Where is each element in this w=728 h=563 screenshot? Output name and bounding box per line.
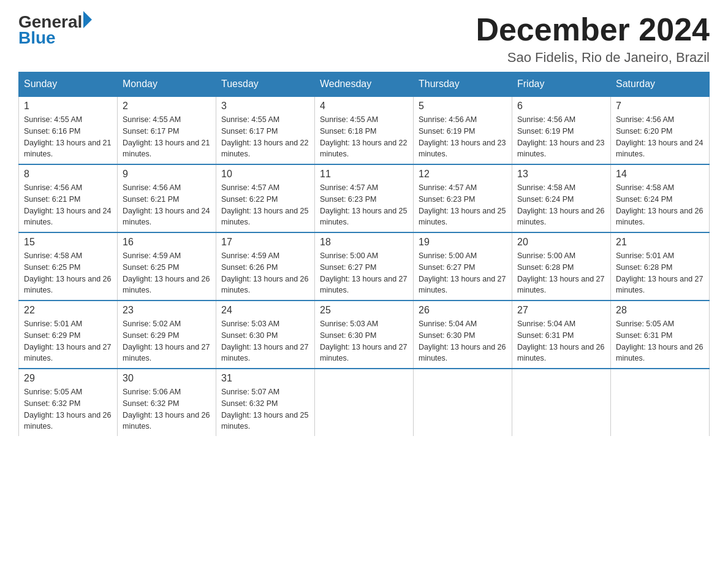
- day-info: Sunrise: 4:56 AM Sunset: 6:19 PM Dayligh…: [419, 114, 507, 160]
- day-info: Sunrise: 4:57 AM Sunset: 6:23 PM Dayligh…: [320, 182, 408, 228]
- day-number: 7: [616, 101, 704, 112]
- calendar-day-cell: 22 Sunrise: 5:01 AM Sunset: 6:29 PM Dayl…: [19, 301, 118, 369]
- day-number: 19: [419, 237, 507, 248]
- calendar-day-cell: 19 Sunrise: 5:00 AM Sunset: 6:27 PM Dayl…: [414, 232, 512, 301]
- day-number: 10: [221, 169, 309, 180]
- calendar-day-cell: 20 Sunrise: 5:00 AM Sunset: 6:28 PM Dayl…: [512, 232, 611, 301]
- calendar-week-row: 8 Sunrise: 4:56 AM Sunset: 6:21 PM Dayli…: [19, 164, 710, 232]
- day-info: Sunrise: 5:00 AM Sunset: 6:28 PM Dayligh…: [517, 250, 605, 296]
- calendar-day-cell: 23 Sunrise: 5:02 AM Sunset: 6:29 PM Dayl…: [118, 301, 216, 369]
- calendar-table: Sunday Monday Tuesday Wednesday Thursday…: [18, 72, 710, 436]
- day-number: 4: [320, 101, 408, 112]
- day-number: 21: [616, 237, 704, 248]
- day-info: Sunrise: 5:00 AM Sunset: 6:27 PM Dayligh…: [419, 250, 507, 296]
- logo: General Blue: [18, 12, 92, 48]
- calendar-day-cell: 2 Sunrise: 4:55 AM Sunset: 6:17 PM Dayli…: [118, 96, 216, 164]
- day-number: 16: [123, 237, 211, 248]
- calendar-day-cell: 7 Sunrise: 4:56 AM Sunset: 6:20 PM Dayli…: [611, 96, 710, 164]
- day-info: Sunrise: 5:05 AM Sunset: 6:32 PM Dayligh…: [24, 386, 112, 432]
- calendar-day-cell: 9 Sunrise: 4:56 AM Sunset: 6:21 PM Dayli…: [118, 164, 216, 232]
- calendar-day-cell: 3 Sunrise: 4:55 AM Sunset: 6:17 PM Dayli…: [216, 96, 315, 164]
- calendar-day-cell: 25 Sunrise: 5:03 AM Sunset: 6:30 PM Dayl…: [315, 301, 414, 369]
- col-tuesday: Tuesday: [216, 72, 315, 97]
- calendar-day-cell: [315, 369, 414, 436]
- calendar-day-cell: 31 Sunrise: 5:07 AM Sunset: 6:32 PM Dayl…: [216, 369, 315, 436]
- col-monday: Monday: [118, 72, 216, 97]
- day-info: Sunrise: 5:02 AM Sunset: 6:29 PM Dayligh…: [123, 318, 211, 364]
- calendar-day-cell: 13 Sunrise: 4:58 AM Sunset: 6:24 PM Dayl…: [512, 164, 611, 232]
- col-friday: Friday: [512, 72, 611, 97]
- day-info: Sunrise: 4:55 AM Sunset: 6:17 PM Dayligh…: [221, 114, 309, 160]
- calendar-day-cell: 24 Sunrise: 5:03 AM Sunset: 6:30 PM Dayl…: [216, 301, 315, 369]
- day-info: Sunrise: 4:56 AM Sunset: 6:20 PM Dayligh…: [616, 114, 704, 160]
- day-number: 11: [320, 169, 408, 180]
- calendar-day-cell: [512, 369, 611, 436]
- col-saturday: Saturday: [611, 72, 710, 97]
- day-number: 31: [221, 373, 309, 384]
- page-header: General Blue December 2024 Sao Fidelis, …: [18, 12, 710, 66]
- day-info: Sunrise: 5:03 AM Sunset: 6:30 PM Dayligh…: [320, 318, 408, 364]
- day-info: Sunrise: 5:01 AM Sunset: 6:29 PM Dayligh…: [24, 318, 112, 364]
- day-info: Sunrise: 5:06 AM Sunset: 6:32 PM Dayligh…: [123, 386, 211, 432]
- day-number: 14: [616, 169, 704, 180]
- day-number: 15: [24, 237, 112, 248]
- title-section: December 2024 Sao Fidelis, Rio de Janeir…: [476, 12, 710, 66]
- day-info: Sunrise: 5:07 AM Sunset: 6:32 PM Dayligh…: [221, 386, 309, 432]
- day-number: 30: [123, 373, 211, 384]
- day-number: 25: [320, 305, 408, 316]
- day-number: 13: [517, 169, 605, 180]
- calendar-day-cell: 26 Sunrise: 5:04 AM Sunset: 6:30 PM Dayl…: [414, 301, 512, 369]
- calendar-day-cell: 14 Sunrise: 4:58 AM Sunset: 6:24 PM Dayl…: [611, 164, 710, 232]
- day-number: 17: [221, 237, 309, 248]
- calendar-day-cell: 16 Sunrise: 4:59 AM Sunset: 6:25 PM Dayl…: [118, 232, 216, 301]
- day-info: Sunrise: 4:55 AM Sunset: 6:17 PM Dayligh…: [123, 114, 211, 160]
- day-info: Sunrise: 4:57 AM Sunset: 6:23 PM Dayligh…: [419, 182, 507, 228]
- day-number: 29: [24, 373, 112, 384]
- calendar-day-cell: [414, 369, 512, 436]
- main-title: December 2024: [476, 12, 710, 47]
- day-number: 9: [123, 169, 211, 180]
- day-number: 28: [616, 305, 704, 316]
- calendar-week-row: 22 Sunrise: 5:01 AM Sunset: 6:29 PM Dayl…: [19, 301, 710, 369]
- calendar-day-cell: 6 Sunrise: 4:56 AM Sunset: 6:19 PM Dayli…: [512, 96, 611, 164]
- calendar-day-cell: 8 Sunrise: 4:56 AM Sunset: 6:21 PM Dayli…: [19, 164, 118, 232]
- day-info: Sunrise: 4:56 AM Sunset: 6:21 PM Dayligh…: [123, 182, 211, 228]
- day-info: Sunrise: 4:58 AM Sunset: 6:24 PM Dayligh…: [616, 182, 704, 228]
- day-info: Sunrise: 4:58 AM Sunset: 6:24 PM Dayligh…: [517, 182, 605, 228]
- calendar-day-cell: 17 Sunrise: 4:59 AM Sunset: 6:26 PM Dayl…: [216, 232, 315, 301]
- day-number: 22: [24, 305, 112, 316]
- col-wednesday: Wednesday: [315, 72, 414, 97]
- day-number: 24: [221, 305, 309, 316]
- calendar-day-cell: 30 Sunrise: 5:06 AM Sunset: 6:32 PM Dayl…: [118, 369, 216, 436]
- day-info: Sunrise: 5:01 AM Sunset: 6:28 PM Dayligh…: [616, 250, 704, 296]
- day-info: Sunrise: 4:56 AM Sunset: 6:21 PM Dayligh…: [24, 182, 112, 228]
- day-info: Sunrise: 4:55 AM Sunset: 6:16 PM Dayligh…: [24, 114, 112, 160]
- calendar-day-cell: 29 Sunrise: 5:05 AM Sunset: 6:32 PM Dayl…: [19, 369, 118, 436]
- day-number: 27: [517, 305, 605, 316]
- calendar-day-cell: 18 Sunrise: 5:00 AM Sunset: 6:27 PM Dayl…: [315, 232, 414, 301]
- day-number: 8: [24, 169, 112, 180]
- calendar-day-cell: 27 Sunrise: 5:04 AM Sunset: 6:31 PM Dayl…: [512, 301, 611, 369]
- day-number: 3: [221, 101, 309, 112]
- day-info: Sunrise: 5:05 AM Sunset: 6:31 PM Dayligh…: [616, 318, 704, 364]
- day-info: Sunrise: 5:04 AM Sunset: 6:31 PM Dayligh…: [517, 318, 605, 364]
- logo-arrow-icon: [83, 11, 92, 28]
- day-info: Sunrise: 4:56 AM Sunset: 6:19 PM Dayligh…: [517, 114, 605, 160]
- day-number: 1: [24, 101, 112, 112]
- calendar-header-row: Sunday Monday Tuesday Wednesday Thursday…: [19, 72, 710, 97]
- day-info: Sunrise: 5:03 AM Sunset: 6:30 PM Dayligh…: [221, 318, 309, 364]
- day-number: 6: [517, 101, 605, 112]
- day-info: Sunrise: 4:59 AM Sunset: 6:25 PM Dayligh…: [123, 250, 211, 296]
- day-info: Sunrise: 4:58 AM Sunset: 6:25 PM Dayligh…: [24, 250, 112, 296]
- calendar-day-cell: 4 Sunrise: 4:55 AM Sunset: 6:18 PM Dayli…: [315, 96, 414, 164]
- calendar-week-row: 15 Sunrise: 4:58 AM Sunset: 6:25 PM Dayl…: [19, 232, 710, 301]
- day-number: 26: [419, 305, 507, 316]
- day-number: 12: [419, 169, 507, 180]
- col-sunday: Sunday: [19, 72, 118, 97]
- day-number: 5: [419, 101, 507, 112]
- calendar-day-cell: 5 Sunrise: 4:56 AM Sunset: 6:19 PM Dayli…: [414, 96, 512, 164]
- subtitle: Sao Fidelis, Rio de Janeiro, Brazil: [476, 50, 710, 66]
- calendar-day-cell: 1 Sunrise: 4:55 AM Sunset: 6:16 PM Dayli…: [19, 96, 118, 164]
- day-info: Sunrise: 5:04 AM Sunset: 6:30 PM Dayligh…: [419, 318, 507, 364]
- day-number: 18: [320, 237, 408, 248]
